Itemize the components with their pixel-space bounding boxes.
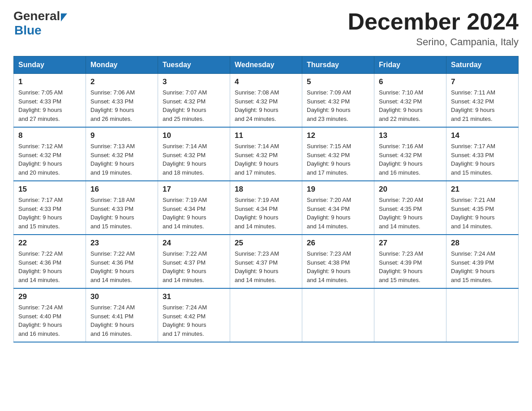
day-number: 29 (18, 292, 81, 301)
day-info: Sunrise: 7:24 AMSunset: 4:39 PMDaylight:… (451, 249, 514, 284)
day-number: 10 (163, 131, 225, 140)
calendar-cell: 10Sunrise: 7:14 AMSunset: 4:32 PMDayligh… (158, 127, 230, 181)
calendar-cell: 13Sunrise: 7:16 AMSunset: 4:32 PMDayligh… (374, 127, 446, 181)
week-row-2: 8Sunrise: 7:12 AMSunset: 4:32 PMDaylight… (14, 127, 519, 181)
logo: General Blue (13, 9, 67, 38)
logo-arrow-icon (61, 13, 67, 21)
calendar-cell (230, 288, 302, 342)
day-info: Sunrise: 7:16 AMSunset: 4:32 PMDaylight:… (379, 142, 442, 177)
calendar-cell: 3Sunrise: 7:07 AMSunset: 4:32 PMDaylight… (158, 74, 230, 128)
day-number: 26 (307, 239, 369, 248)
week-row-3: 15Sunrise: 7:17 AMSunset: 4:33 PMDayligh… (14, 181, 519, 235)
day-number: 18 (235, 185, 297, 194)
day-number: 13 (379, 131, 442, 140)
calendar-cell: 15Sunrise: 7:17 AMSunset: 4:33 PMDayligh… (14, 181, 86, 235)
calendar-header-row: SundayMondayTuesdayWednesdayThursdayFrid… (14, 56, 519, 74)
day-number: 14 (451, 131, 514, 140)
calendar-cell: 19Sunrise: 7:20 AMSunset: 4:34 PMDayligh… (302, 181, 374, 235)
day-info: Sunrise: 7:11 AMSunset: 4:32 PMDaylight:… (451, 88, 514, 123)
day-info: Sunrise: 7:07 AMSunset: 4:32 PMDaylight:… (163, 88, 225, 123)
day-info: Sunrise: 7:24 AMSunset: 4:41 PMDaylight:… (90, 303, 153, 338)
day-info: Sunrise: 7:24 AMSunset: 4:42 PMDaylight:… (163, 303, 225, 338)
calendar-cell: 5Sunrise: 7:09 AMSunset: 4:32 PMDaylight… (302, 74, 374, 128)
calendar-cell (374, 288, 446, 342)
calendar-cell (302, 288, 374, 342)
week-row-5: 29Sunrise: 7:24 AMSunset: 4:40 PMDayligh… (14, 288, 519, 342)
day-info: Sunrise: 7:12 AMSunset: 4:32 PMDaylight:… (18, 142, 81, 177)
day-number: 3 (163, 77, 225, 86)
day-info: Sunrise: 7:20 AMSunset: 4:34 PMDaylight:… (307, 196, 369, 231)
week-row-1: 1Sunrise: 7:05 AMSunset: 4:33 PMDaylight… (14, 74, 519, 128)
day-number: 5 (307, 77, 369, 86)
calendar-cell: 14Sunrise: 7:17 AMSunset: 4:33 PMDayligh… (446, 127, 519, 181)
calendar-cell: 8Sunrise: 7:12 AMSunset: 4:32 PMDaylight… (14, 127, 86, 181)
calendar-cell: 20Sunrise: 7:20 AMSunset: 4:35 PMDayligh… (374, 181, 446, 235)
calendar-cell: 27Sunrise: 7:23 AMSunset: 4:39 PMDayligh… (374, 235, 446, 288)
day-info: Sunrise: 7:17 AMSunset: 4:33 PMDaylight:… (18, 196, 81, 231)
day-number: 16 (90, 185, 153, 194)
calendar-cell: 12Sunrise: 7:15 AMSunset: 4:32 PMDayligh… (302, 127, 374, 181)
header-friday: Friday (374, 56, 446, 74)
day-info: Sunrise: 7:19 AMSunset: 4:34 PMDaylight:… (163, 196, 225, 231)
calendar-cell: 22Sunrise: 7:22 AMSunset: 4:36 PMDayligh… (14, 235, 86, 288)
day-number: 11 (235, 131, 297, 140)
day-number: 28 (451, 239, 514, 248)
day-number: 21 (451, 185, 514, 194)
header-thursday: Thursday (302, 56, 374, 74)
calendar-cell: 30Sunrise: 7:24 AMSunset: 4:41 PMDayligh… (86, 288, 158, 342)
day-info: Sunrise: 7:17 AMSunset: 4:33 PMDaylight:… (451, 142, 514, 177)
day-number: 25 (235, 239, 297, 248)
calendar-cell: 6Sunrise: 7:10 AMSunset: 4:32 PMDaylight… (374, 74, 446, 128)
day-info: Sunrise: 7:14 AMSunset: 4:32 PMDaylight:… (163, 142, 225, 177)
day-number: 23 (90, 239, 153, 248)
calendar-cell: 9Sunrise: 7:13 AMSunset: 4:32 PMDaylight… (86, 127, 158, 181)
day-number: 4 (235, 77, 297, 86)
calendar-cell: 26Sunrise: 7:23 AMSunset: 4:38 PMDayligh… (302, 235, 374, 288)
day-number: 22 (18, 239, 81, 248)
day-number: 7 (451, 77, 514, 86)
header-monday: Monday (86, 56, 158, 74)
calendar-cell: 4Sunrise: 7:08 AMSunset: 4:32 PMDaylight… (230, 74, 302, 128)
day-info: Sunrise: 7:13 AMSunset: 4:32 PMDaylight:… (90, 142, 153, 177)
day-info: Sunrise: 7:21 AMSunset: 4:35 PMDaylight:… (451, 196, 514, 231)
day-info: Sunrise: 7:20 AMSunset: 4:35 PMDaylight:… (379, 196, 442, 231)
day-info: Sunrise: 7:06 AMSunset: 4:33 PMDaylight:… (90, 88, 153, 123)
day-number: 17 (163, 185, 225, 194)
calendar-cell: 31Sunrise: 7:24 AMSunset: 4:42 PMDayligh… (158, 288, 230, 342)
logo-general-text: General (13, 9, 60, 23)
day-number: 24 (163, 239, 225, 248)
calendar-cell: 17Sunrise: 7:19 AMSunset: 4:34 PMDayligh… (158, 181, 230, 235)
day-info: Sunrise: 7:05 AMSunset: 4:33 PMDaylight:… (18, 88, 81, 123)
day-info: Sunrise: 7:08 AMSunset: 4:32 PMDaylight:… (235, 88, 297, 123)
day-info: Sunrise: 7:23 AMSunset: 4:39 PMDaylight:… (379, 249, 442, 284)
day-number: 1 (18, 77, 81, 86)
calendar-cell: 24Sunrise: 7:22 AMSunset: 4:37 PMDayligh… (158, 235, 230, 288)
day-info: Sunrise: 7:23 AMSunset: 4:37 PMDaylight:… (235, 249, 297, 284)
day-info: Sunrise: 7:22 AMSunset: 4:36 PMDaylight:… (18, 249, 81, 284)
day-number: 30 (90, 292, 153, 301)
day-number: 15 (18, 185, 81, 194)
location-text: Serino, Campania, Italy (348, 36, 519, 48)
header-wednesday: Wednesday (230, 56, 302, 74)
calendar-cell: 11Sunrise: 7:14 AMSunset: 4:32 PMDayligh… (230, 127, 302, 181)
calendar-cell: 25Sunrise: 7:23 AMSunset: 4:37 PMDayligh… (230, 235, 302, 288)
day-number: 27 (379, 239, 442, 248)
day-info: Sunrise: 7:19 AMSunset: 4:34 PMDaylight:… (235, 196, 297, 231)
header-saturday: Saturday (446, 56, 519, 74)
day-number: 6 (379, 77, 442, 86)
title-section: December 2024 Serino, Campania, Italy (348, 9, 519, 48)
day-info: Sunrise: 7:15 AMSunset: 4:32 PMDaylight:… (307, 142, 369, 177)
calendar-cell: 1Sunrise: 7:05 AMSunset: 4:33 PMDaylight… (14, 74, 86, 128)
day-info: Sunrise: 7:09 AMSunset: 4:32 PMDaylight:… (307, 88, 369, 123)
day-info: Sunrise: 7:22 AMSunset: 4:37 PMDaylight:… (163, 249, 225, 284)
day-number: 9 (90, 131, 153, 140)
calendar-cell: 16Sunrise: 7:18 AMSunset: 4:33 PMDayligh… (86, 181, 158, 235)
day-number: 20 (379, 185, 442, 194)
day-number: 2 (90, 77, 153, 86)
week-row-4: 22Sunrise: 7:22 AMSunset: 4:36 PMDayligh… (14, 235, 519, 288)
day-info: Sunrise: 7:24 AMSunset: 4:40 PMDaylight:… (18, 303, 81, 338)
month-title: December 2024 (348, 9, 519, 34)
day-info: Sunrise: 7:18 AMSunset: 4:33 PMDaylight:… (90, 196, 153, 231)
header-tuesday: Tuesday (158, 56, 230, 74)
calendar-cell (446, 288, 519, 342)
